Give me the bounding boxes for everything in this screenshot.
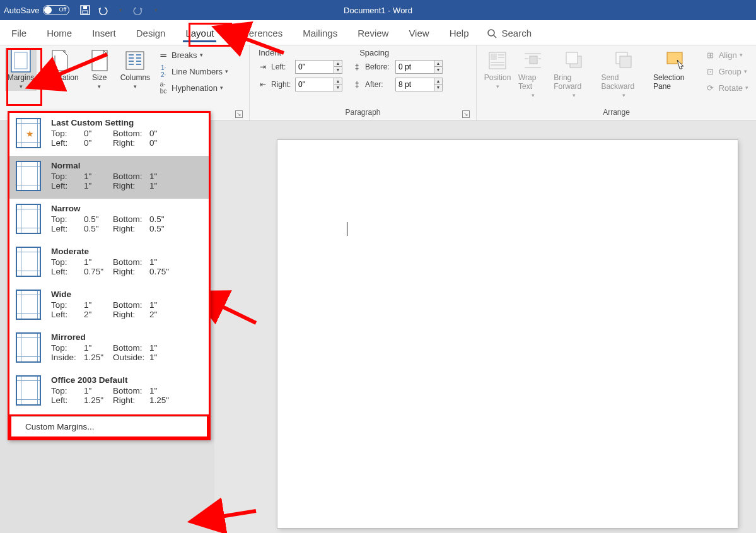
svg-rect-8	[92, 50, 107, 71]
quick-access-toolbar: ▾ ▾	[78, 3, 163, 17]
margins-preset-item[interactable]: MirroredTop:1"Bottom:1"Inside:1.25"Outsi…	[9, 327, 209, 370]
hyphenation-button[interactable]: a-bcHyphenation▾	[155, 81, 231, 95]
toggle-switch[interactable]: Off	[43, 5, 69, 15]
line-numbers-button[interactable]: 1·2·Line Numbers▾	[155, 64, 231, 78]
svg-line-4	[494, 35, 496, 38]
columns-icon	[124, 49, 146, 72]
group-icon: ⊡	[705, 66, 716, 77]
page-setup-small-buttons: ═Breaks▾ 1·2·Line Numbers▾ a-bcHyphenati…	[155, 48, 231, 95]
tab-view[interactable]: View	[406, 23, 431, 45]
save-icon[interactable]	[78, 3, 92, 17]
send-backward-button[interactable]: Send Backward▾	[600, 48, 648, 100]
tab-review[interactable]: Review	[355, 23, 391, 45]
preset-name: Moderate	[51, 247, 202, 256]
send-backward-icon	[613, 49, 636, 72]
orientation-button[interactable]: Orientation▾	[40, 48, 80, 91]
tab-help[interactable]: Help	[447, 23, 472, 45]
margin-preset-icon	[16, 247, 41, 277]
margins-icon	[9, 49, 32, 72]
wrap-text-icon	[521, 49, 544, 72]
tab-mailings[interactable]: Mailings	[300, 23, 340, 45]
tab-file[interactable]: File	[9, 23, 29, 45]
group-paragraph: Indent Spacing ⇥ Left: ▲▼ ‡ Before: ▲▼ ⇤…	[250, 45, 477, 120]
svg-rect-1	[83, 11, 88, 14]
svg-rect-33	[667, 52, 682, 64]
title-bar: AutoSave Off ▾ ▾ Document1 - Word	[0, 0, 756, 20]
rotate-button[interactable]: ⟳Rotate▾	[702, 81, 751, 95]
margins-preset-item[interactable]: NarrowTop:0.5"Bottom:0.5"Left:0.5"Right:…	[9, 199, 209, 242]
preset-name: Mirrored	[51, 332, 202, 342]
svg-rect-30	[566, 52, 578, 64]
search-icon	[487, 28, 497, 38]
autosave-toggle[interactable]: AutoSave Off	[4, 5, 69, 15]
svg-text:★: ★	[26, 129, 34, 139]
spacing-after-icon: ‡	[351, 79, 363, 90]
search-box[interactable]: Search	[487, 28, 532, 45]
size-icon	[88, 49, 111, 72]
size-button[interactable]: Size▾	[84, 48, 115, 91]
spacing-before-input[interactable]: ▲▼	[395, 60, 443, 74]
page-setup-launcher[interactable]: ↘	[235, 110, 243, 118]
page[interactable]	[277, 140, 738, 528]
margin-preset-icon	[16, 204, 41, 234]
spacing-after-input[interactable]: ▲▼	[395, 78, 443, 91]
indent-right-input[interactable]: ▲▼	[295, 78, 342, 91]
hyphenation-icon: a-bc	[158, 82, 169, 93]
selection-pane-button[interactable]: Selection Pane	[652, 48, 699, 92]
tab-references[interactable]: References	[231, 23, 285, 45]
undo-icon[interactable]	[96, 3, 110, 17]
undo-dropdown-icon[interactable]: ▾	[113, 3, 127, 17]
margin-preset-icon	[16, 161, 41, 191]
redo-icon[interactable]	[131, 3, 145, 17]
margins-preset-item[interactable]: Office 2003 DefaultTop:1"Bottom:1"Left:1…	[9, 370, 209, 413]
wrap-text-button[interactable]: Wrap Text▾	[517, 48, 549, 100]
preset-name: Narrow	[51, 204, 202, 213]
indent-header: Indent	[259, 48, 281, 57]
columns-button[interactable]: Columns▾	[119, 48, 151, 91]
margin-preset-icon	[16, 332, 41, 363]
margins-preset-item[interactable]: ★Last Custom SettingTop:0"Bottom:0"Left:…	[9, 113, 209, 156]
spinner-down[interactable]: ▼	[334, 67, 342, 73]
tab-design[interactable]: Design	[134, 23, 168, 45]
spinner-up[interactable]: ▲	[334, 61, 342, 67]
svg-rect-24	[530, 56, 537, 64]
margins-preset-item[interactable]: ModerateTop:1"Bottom:1"Left:0.75"Right:0…	[9, 242, 209, 284]
margins-preset-item[interactable]: WideTop:1"Bottom:1"Left:2"Right:2"	[9, 284, 209, 327]
group-arrange: Position▾ Wrap Text▾ Bring Forward▾ Send…	[477, 45, 756, 120]
svg-point-3	[488, 30, 494, 36]
paragraph-launcher[interactable]: ↘	[462, 110, 470, 118]
margins-button[interactable]: Margins▾	[5, 48, 37, 91]
indent-left-icon: ⇥	[257, 61, 269, 73]
autosave-label: AutoSave	[4, 6, 39, 15]
preset-name: Office 2003 Default	[51, 375, 202, 385]
preset-name: Normal	[51, 161, 202, 170]
margins-dropdown: ★Last Custom SettingTop:0"Bottom:0"Left:…	[8, 111, 211, 440]
tab-home[interactable]: Home	[44, 23, 74, 45]
align-button[interactable]: ⊞Align▾	[702, 48, 751, 62]
ribbon: Margins▾ Orientation▾ Size▾ Columns▾ ═Br…	[0, 45, 756, 121]
position-button[interactable]: Position▾	[482, 48, 513, 91]
margin-preset-icon	[16, 375, 41, 406]
align-icon: ⊞	[705, 49, 716, 61]
margin-preset-icon	[16, 290, 41, 320]
margins-preset-item[interactable]: NormalTop:1"Bottom:1"Left:1"Right:1"	[9, 156, 209, 199]
bring-forward-button[interactable]: Bring Forward▾	[552, 48, 596, 100]
line-numbers-icon: 1·2·	[158, 66, 169, 77]
indent-left-input[interactable]: ▲▼	[295, 60, 342, 74]
ribbon-tabs: File Home Insert Design Layout Reference…	[0, 20, 756, 45]
breaks-icon: ═	[158, 49, 169, 61]
document-area[interactable]	[214, 121, 756, 533]
group-objects-button[interactable]: ⊡Group▾	[702, 64, 751, 78]
margin-preset-icon: ★	[16, 118, 41, 148]
group-label-paragraph: Paragraph↘	[255, 107, 471, 119]
orientation-icon	[49, 49, 71, 72]
preset-name: Last Custom Setting	[51, 118, 202, 127]
tab-layout[interactable]: Layout	[183, 23, 216, 45]
tab-insert[interactable]: Insert	[90, 23, 119, 45]
svg-rect-2	[83, 6, 87, 9]
bring-forward-icon	[563, 49, 586, 72]
qat-customize-icon[interactable]: ▾	[149, 3, 163, 17]
breaks-button[interactable]: ═Breaks▾	[155, 48, 231, 62]
text-cursor	[347, 222, 347, 236]
custom-margins-item[interactable]: Custom Margins...	[11, 416, 207, 436]
